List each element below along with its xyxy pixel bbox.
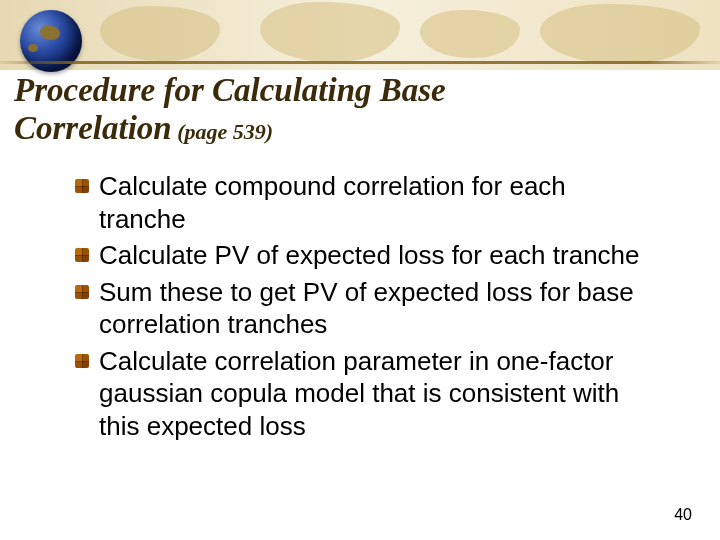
title-page-ref: (page 539) (172, 119, 273, 144)
header-background (0, 0, 720, 70)
title-line-1: Procedure for Calculating Base (14, 72, 446, 108)
list-item-text: Calculate compound correlation for each … (99, 170, 655, 235)
bullet-icon (75, 179, 89, 193)
bullet-list: Calculate compound correlation for each … (75, 170, 655, 446)
list-item: Sum these to get PV of expected loss for… (75, 276, 655, 341)
page-number: 40 (674, 506, 692, 524)
list-item-text: Sum these to get PV of expected loss for… (99, 276, 655, 341)
map-decor (100, 6, 220, 61)
map-decor (540, 4, 700, 64)
map-decor (420, 10, 520, 58)
list-item: Calculate compound correlation for each … (75, 170, 655, 235)
slide-title: Procedure for Calculating Base Correlati… (14, 72, 704, 148)
bullet-icon (75, 285, 89, 299)
map-decor (260, 2, 400, 62)
bullet-icon (75, 354, 89, 368)
header-divider (0, 61, 720, 64)
bullet-icon (75, 248, 89, 262)
list-item: Calculate correlation parameter in one-f… (75, 345, 655, 443)
title-line-2-main: Correlation (14, 110, 172, 146)
list-item: Calculate PV of expected loss for each t… (75, 239, 655, 272)
list-item-text: Calculate correlation parameter in one-f… (99, 345, 655, 443)
list-item-text: Calculate PV of expected loss for each t… (99, 239, 640, 272)
